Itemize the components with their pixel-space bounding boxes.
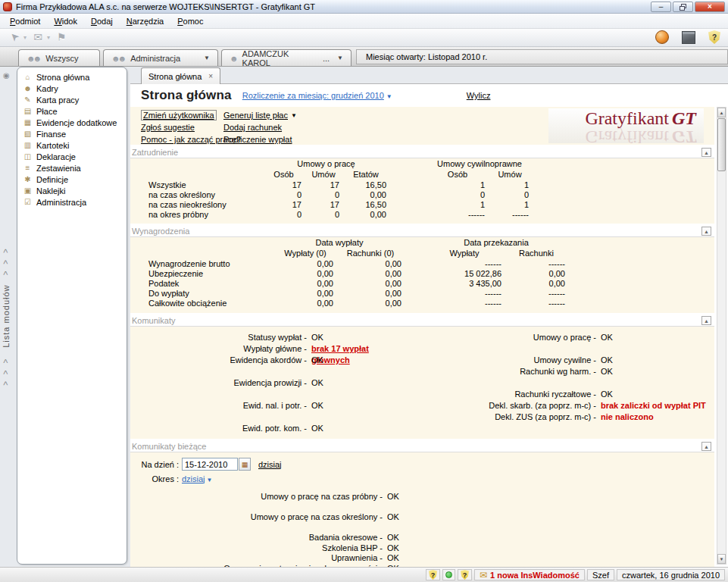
document-tab-home[interactable]: Strona główna × [141, 67, 220, 84]
sidebar-item-label: Kartoteki [36, 141, 69, 150]
module-list-handle[interactable]: > > > Lista modułów > > > [2, 246, 11, 386]
people-icon: ☻☻ [27, 54, 39, 63]
message-label: Dekl. skarb. (za poprz. m-c) - [398, 400, 596, 411]
period-label: Okres : [141, 474, 179, 483]
sidebar-item[interactable]: ✱ Definicje [17, 174, 127, 185]
message-value: OK [383, 553, 714, 564]
collapse-section-icon[interactable]: ▲ [701, 316, 711, 325]
modules-cube-icon[interactable] [682, 31, 695, 44]
quick-link[interactable]: Zgłoś sugestie [141, 123, 195, 132]
sidebar-item-label: Naklejki [36, 186, 66, 196]
help-status-2[interactable]: ? [458, 569, 472, 580]
current-date-segment: czwartek, 16 grudnia 2010 [617, 569, 725, 580]
message-value [596, 343, 714, 355]
open-month-bar: Miesiąc otwarty: Listopad 2010 r. [356, 49, 728, 64]
menu-item[interactable]: Podmiot [3, 15, 47, 27]
online-services-icon[interactable] [655, 30, 669, 44]
quick-link[interactable]: Podliczenie wypłat [223, 135, 292, 144]
help-status[interactable]: ? [426, 569, 440, 580]
close-button[interactable]: × [695, 2, 725, 12]
menu-item[interactable]: Dodaj [84, 15, 120, 27]
today-link[interactable]: dzisiaj [258, 460, 282, 469]
close-tab-icon[interactable]: × [208, 72, 213, 80]
new-message-link[interactable]: 1 nowa InsWiadomość [490, 571, 580, 580]
message-label [398, 377, 596, 389]
date-input[interactable] [182, 458, 238, 471]
sidebar-item[interactable]: ▧ Finanse [17, 128, 127, 139]
table-row: Wszystkie 17 17 16,50 1 1 [145, 180, 532, 189]
message-label: Ewid. nal. i potr. - [130, 400, 307, 411]
select-tool-button[interactable]: ➤ [6, 30, 23, 45]
module-icon: ⌂ [23, 73, 33, 81]
message-value [307, 411, 398, 423]
collapse-section-icon[interactable]: ▲ [701, 148, 711, 157]
message-label: Ewidencja prowizji - [130, 377, 307, 389]
message-label: Dekl. ZUS (za poprz. m-c) - [398, 411, 596, 423]
sidebar-item[interactable]: ▤ Płace [17, 105, 127, 117]
sidebar-item-label: Strona główna [36, 73, 89, 82]
sidebar-item[interactable]: ◫ Deklaracje [17, 151, 127, 162]
module-icon: ☑ [23, 198, 33, 206]
vertical-scrollbar[interactable]: ▲ ▼ [717, 107, 726, 565]
chevron-down-icon[interactable]: ▼ [204, 55, 210, 61]
message-value: OK [596, 332, 714, 343]
message-value [596, 377, 714, 389]
message-value: OK [307, 423, 398, 434]
chevron-down-icon: ▼ [386, 93, 392, 100]
message-label [130, 411, 307, 423]
employment-table: Umowy o pracęUmowy cywilnoprawne Osób Um… [145, 158, 532, 219]
flag-tool-button[interactable]: ⚑ [53, 30, 70, 45]
send-tool-dropdown[interactable]: ▾ [47, 34, 50, 41]
table-row: na czas nieokreślony 17 17 16,50 1 1 [145, 199, 532, 209]
sidebar-item[interactable]: ▥ Kartoteki [17, 139, 127, 151]
minimize-button[interactable]: – [651, 2, 671, 12]
module-icon: ▣ [23, 186, 33, 195]
help-shield-icon[interactable]: ? [708, 30, 720, 44]
quick-link[interactable]: Zmień użytkownika [141, 110, 217, 120]
sidebar-item[interactable]: ⌂ Strona główna [17, 71, 127, 83]
calculate-link[interactable]: Wylicz [467, 91, 491, 100]
period-value-link[interactable]: dzisiaj▼ [182, 474, 213, 483]
quick-link[interactable]: Dodaj rachunek [223, 123, 282, 132]
menu-item[interactable]: Pomoc [170, 15, 210, 27]
inbox-message-segment[interactable]: ✉ 1 nowa InsWiadomość [474, 569, 585, 580]
collapse-section-icon[interactable]: ▲ [701, 227, 711, 236]
collapse-section-icon[interactable]: ▲ [701, 442, 711, 451]
calendar-icon[interactable]: ▦ [239, 458, 251, 471]
restore-button[interactable] [673, 2, 693, 12]
settlement-month-link[interactable]: Rozliczenie za miesiąc: grudzień 2010▼ [242, 91, 392, 100]
menu-item[interactable]: Narzędzia [120, 15, 171, 27]
application-window: Firma Przykładowa ALA s.c. na serwerze W… [0, 0, 728, 582]
send-tool-button[interactable]: ✉ [30, 30, 46, 45]
more-button[interactable]: ... [323, 54, 330, 63]
sidebar-item[interactable]: ≡ Zestawienia [17, 162, 127, 174]
sidebar-item-label: Karta pracy [36, 95, 79, 105]
sidebar-item-label: Administracja [36, 198, 86, 207]
sidebar-item[interactable]: ☑ Administracja [17, 196, 127, 208]
tab-administration-group[interactable]: ☻☻ Administracja ▼ [103, 49, 218, 66]
brand-logo: GratyfikantGT [585, 108, 696, 129]
message-value [307, 389, 398, 400]
pin-icon[interactable]: ◉ [3, 71, 10, 80]
select-tool-dropdown[interactable]: ▾ [23, 34, 27, 41]
sidebar-item[interactable]: ▦ Ewidencje dodatkowe [17, 117, 127, 128]
table-row: Wynagrodzenie brutto 0,00 0,00 ------ --… [145, 258, 568, 268]
tab-current-employee[interactable]: ☻ ADAMCZUK KAROL ... ▼ [221, 49, 352, 66]
message-label [130, 523, 383, 534]
sidebar-item[interactable]: ✎ Karta pracy [17, 94, 127, 105]
sidebar-item[interactable]: ☻ Kadry [17, 83, 127, 94]
tab-all-employees[interactable]: ☻☻ Wszyscy [18, 49, 100, 66]
module-icon: ◫ [23, 152, 33, 161]
window-title: Firma Przykładowa ALA s.c. na serwerze W… [16, 2, 315, 11]
message-label: Szkolenia BHP - [130, 543, 383, 554]
chevrons-icon: > > > [2, 246, 10, 275]
sidebar-item[interactable]: ▣ Naklejki [17, 185, 127, 196]
quick-links-panel: Zmień użytkownika Zgłoś sugestie Pomoc -… [130, 107, 714, 145]
scroll-down-icon[interactable]: ▼ [717, 554, 726, 564]
sidebar-item-label: Kadry [36, 84, 58, 93]
chevron-down-icon[interactable]: ▼ [337, 55, 343, 61]
menu-item[interactable]: Widok [47, 15, 84, 27]
scroll-up-icon[interactable]: ▲ [717, 108, 726, 117]
quick-link[interactable]: Generuj listę płac [223, 111, 288, 120]
scrollbar-thumb[interactable] [717, 118, 726, 171]
